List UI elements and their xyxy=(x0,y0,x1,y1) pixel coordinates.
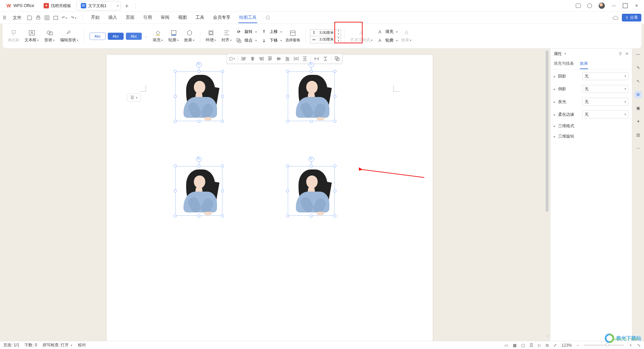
rotate-button[interactable]: ⟳旋转▾ xyxy=(235,28,257,36)
book-view-icon[interactable]: ▭ xyxy=(504,343,508,348)
align-top-icon[interactable] xyxy=(267,56,273,62)
page-layout-popover-button[interactable]: ☰▾ xyxy=(127,94,141,102)
group-icon[interactable] xyxy=(334,56,340,62)
ribbon-tab-ref[interactable]: 引用 xyxy=(143,12,153,23)
prop-row-3d-format[interactable]: ▸三维格式 xyxy=(554,123,629,129)
align-left-icon[interactable] xyxy=(241,56,247,62)
style-preset-3[interactable]: Abc xyxy=(126,33,142,40)
distribute-v-icon[interactable] xyxy=(302,56,308,62)
align-right-icon[interactable] xyxy=(258,56,264,62)
status-proof[interactable]: 校对 xyxy=(78,342,86,348)
status-page[interactable]: 页面: 1/1 xyxy=(3,342,19,348)
cube-icon[interactable] xyxy=(587,3,592,8)
canvas-viewport[interactable]: ▾ ☰▾ xyxy=(0,49,550,341)
close-window-icon[interactable]: ✕ xyxy=(634,3,639,8)
group-button[interactable]: 组合▾ xyxy=(235,37,257,44)
prop-row-reflection[interactable]: ▸倒影无▾ xyxy=(554,85,629,93)
outline-view-icon[interactable]: ☰ xyxy=(530,343,533,348)
file-menu[interactable]: 文件 xyxy=(13,15,21,21)
height-value[interactable]: 3.00厘米 xyxy=(318,30,335,35)
textbox-button[interactable]: A 文本框▾ xyxy=(22,29,41,43)
text-fill-button[interactable]: A填充▾ xyxy=(376,28,398,36)
settings-tool-icon[interactable]: ⚙ xyxy=(635,91,642,98)
width-field[interactable]: ⇔ 3.00厘米 ▴▾ xyxy=(310,36,341,43)
zoom-in-icon[interactable]: ＋ xyxy=(629,342,633,348)
status-words[interactable]: 字数: 0 xyxy=(24,342,37,348)
stepper-down[interactable]: ▾ xyxy=(336,33,341,36)
rotate-handle[interactable] xyxy=(309,62,314,67)
bring-forward-button[interactable]: ⤒上移▾ xyxy=(260,28,282,36)
prop-row-shadow[interactable]: ▸阴影无▾ xyxy=(554,72,629,80)
shape-button[interactable]: 形状▾ xyxy=(42,29,57,43)
search-icon[interactable] xyxy=(265,15,271,20)
grid-view-icon[interactable]: ▦ xyxy=(513,343,517,348)
align-button[interactable]: 对齐▾ xyxy=(219,29,234,43)
share-button[interactable]: ⇪分享 xyxy=(622,14,641,21)
align-bottom-icon[interactable] xyxy=(284,56,290,62)
zoom-out-icon[interactable]: − xyxy=(577,343,579,348)
vertical-scrollbar[interactable] xyxy=(545,49,549,340)
fullscreen-icon[interactable]: ⤡ xyxy=(637,343,641,348)
style-preset-2[interactable]: Abc xyxy=(108,33,124,40)
pointer-tool-icon[interactable]: ↖ xyxy=(635,78,642,85)
layout-options-icon[interactable]: ▾ xyxy=(229,56,235,62)
align-center-h-icon[interactable] xyxy=(250,56,256,62)
undo-icon[interactable]: ↶▾ xyxy=(62,15,67,20)
pin-icon[interactable]: ⚲ xyxy=(619,51,622,56)
selected-image-3[interactable] xyxy=(175,166,222,216)
equal-height-icon[interactable] xyxy=(322,56,328,62)
ribbon-tab-tools[interactable]: 工具 xyxy=(195,12,205,23)
send-backward-button[interactable]: ⤓下移▾ xyxy=(260,37,282,44)
format-painter[interactable]: 格式刷 xyxy=(6,30,21,43)
document-page[interactable]: ▾ ☰▾ xyxy=(107,55,433,341)
style-preset-1[interactable]: Abc xyxy=(90,33,106,40)
view-mode-icon[interactable] xyxy=(53,15,58,20)
pencil-tool-icon[interactable]: ✎ xyxy=(635,64,642,71)
minimize-icon[interactable]: — xyxy=(611,3,616,8)
zoom-knob[interactable] xyxy=(606,343,609,347)
text-outline-button[interactable]: A轮廓▾ xyxy=(376,37,398,44)
reader-mode-icon[interactable] xyxy=(576,3,581,8)
page-ruler-handle[interactable]: ⠿ xyxy=(546,51,549,55)
fit-view-icon[interactable]: ⤢ xyxy=(553,343,557,348)
rotate-handle[interactable] xyxy=(196,62,202,67)
play-icon[interactable]: ▷ xyxy=(538,343,541,348)
shadow-select[interactable]: 无▾ xyxy=(582,72,629,80)
tab-template[interactable]: ✦ 找稻壳模板 xyxy=(40,1,75,10)
edit-shape-button[interactable]: 编辑形状▾ xyxy=(58,29,80,43)
close-panel-icon[interactable]: ✕ xyxy=(625,51,629,56)
selected-image-1[interactable] xyxy=(175,71,222,121)
prop-row-glow[interactable]: ▸发光无▾ xyxy=(554,98,629,106)
status-spellcheck[interactable]: 拼写检查: 打开 ▾ xyxy=(43,342,72,348)
rotate-handle[interactable] xyxy=(196,157,202,162)
equal-width-icon[interactable] xyxy=(314,56,320,62)
zoom-slider[interactable] xyxy=(584,345,624,346)
selected-image-2[interactable] xyxy=(288,71,335,121)
prop-row-3d-rotation[interactable]: ▸三维旋转 xyxy=(554,134,629,139)
shape-outline-button[interactable]: 轮廓▾ xyxy=(166,29,181,43)
web-view-icon[interactable]: ▢ xyxy=(521,343,525,348)
stepper-up[interactable]: ▴ xyxy=(336,36,341,40)
ribbon-tab-start[interactable]: 开始 xyxy=(90,12,100,23)
ribbon-tab-drawing[interactable]: 绘图工具 xyxy=(238,12,257,23)
rotate-handle[interactable] xyxy=(309,157,314,162)
selected-image-4[interactable] xyxy=(288,166,335,216)
collapse-panel-icon[interactable]: — xyxy=(635,51,642,58)
distribute-h-icon[interactable] xyxy=(293,56,299,62)
softedge-select[interactable]: 无▾ xyxy=(582,110,629,118)
height-field[interactable]: ⇕ 3.00厘米 ▴▾ xyxy=(310,29,341,36)
link-icon[interactable]: ⧉ xyxy=(546,343,549,348)
scroll-thumb[interactable] xyxy=(546,51,548,212)
gallery-more-icon[interactable]: ⌄ xyxy=(145,35,147,38)
zoom-value[interactable]: 123% xyxy=(561,343,572,348)
shape-fill-button[interactable]: 填充▾ xyxy=(151,29,165,43)
layout-tool-icon[interactable]: ▤ xyxy=(635,131,642,139)
shape-style-gallery[interactable]: Abc Abc Abc ⌄ xyxy=(88,33,149,40)
prop-row-soft-edges[interactable]: ▸柔化边缘无▾ xyxy=(554,110,629,118)
more-tools-icon[interactable]: ⋯ xyxy=(635,145,642,152)
media-tool-icon[interactable]: ▣ xyxy=(635,104,642,112)
print-preview-icon[interactable] xyxy=(44,15,50,20)
shape-effects-button[interactable]: 效果▾ xyxy=(182,29,197,43)
align-middle-v-icon[interactable] xyxy=(276,56,282,62)
ribbon-tab-view[interactable]: 视图 xyxy=(177,12,187,23)
